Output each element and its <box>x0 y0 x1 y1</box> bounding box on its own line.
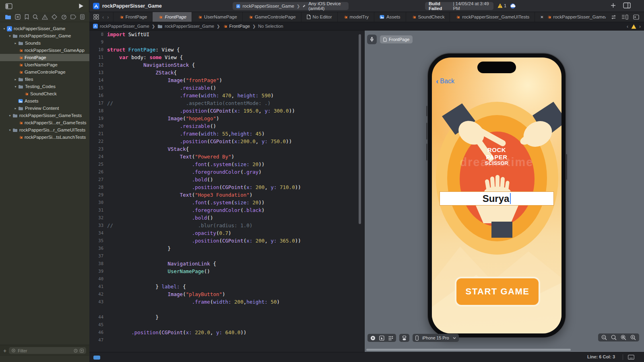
project-navigator-icon[interactable] <box>5 14 11 20</box>
disclosure-open-icon[interactable]: ▾ <box>8 34 12 38</box>
code-line[interactable]: 41 } label: { <box>89 283 364 290</box>
file-tree-item-Sounds[interactable]: ▸Sounds <box>0 39 89 47</box>
disclosure-open-icon[interactable]: ▾ <box>8 114 12 117</box>
file-tree-item-SoundCheck[interactable]: SoundCheck <box>0 90 89 97</box>
warning-badge[interactable]: 1 <box>497 3 506 8</box>
device-selector[interactable]: iPhone 15 Pro <box>413 334 459 342</box>
close-tab-icon[interactable]: ✕ <box>540 15 543 19</box>
editor-tab-SoundCheck[interactable]: SoundCheck <box>406 12 450 22</box>
code-line[interactable]: 33// .blur(radius: 1.0) <box>89 222 364 229</box>
code-line[interactable]: 8import SwiftUI <box>89 31 364 38</box>
player-name-input[interactable]: Surya <box>440 191 554 206</box>
xcode-cloud-icon[interactable] <box>510 3 516 9</box>
minimap-icon[interactable] <box>621 14 628 20</box>
code-line[interactable]: 45 <box>89 321 364 329</box>
code-line[interactable]: 11 var body: some View { <box>89 53 364 61</box>
file-tree-item-Testing_Codes[interactable]: ▾Testing_Codes <box>0 83 89 90</box>
code-line[interactable]: 24 Text("Powered By") <box>89 153 364 160</box>
code-line[interactable]: 31 .foregroundColor(.black) <box>89 206 364 214</box>
sidebar-toggle-icon[interactable] <box>5 2 13 10</box>
keyboard-icon[interactable] <box>628 355 634 360</box>
code-line[interactable]: 25 .font(.system(size: 20)) <box>89 160 364 168</box>
code-line[interactable]: 18 .position(CGPoint(x: 195.0, y: 300.0)… <box>89 107 364 115</box>
editor-tab-rockPapperSisser_GameApp[interactable]: ✕rockPapperSisser_GameApp <box>535 12 606 22</box>
disclosure-open-icon[interactable]: ▾ <box>2 27 6 31</box>
find-icon[interactable] <box>33 14 38 20</box>
code-line[interactable]: 28 .position(CGPoint(x: 200, y: 710.0)) <box>89 183 364 191</box>
editor-tab-FrontPage[interactable]: FrontPage <box>153 12 192 22</box>
code-line[interactable]: 14 Image("frontPage") <box>89 76 364 84</box>
code-line[interactable]: 37 <box>89 252 364 260</box>
editor-tab-UserNamePage[interactable]: UserNamePage <box>192 12 243 22</box>
add-editor-icon[interactable] <box>633 14 639 20</box>
scheme-selector[interactable]: rockPapperSisser_Game ❯ Any iOS Device (… <box>233 2 349 10</box>
code-line[interactable]: 38 NavigationLink { <box>89 260 364 267</box>
filter-input[interactable]: Filter <box>9 347 86 354</box>
breadcrumb-item-project[interactable]: rockPapperSisser_Game <box>93 24 149 29</box>
code-line[interactable]: 20 .resizable() <box>89 122 364 130</box>
file-tree-item-rockPapperSis...r_GameUITests[interactable]: ▾rockPapperSis...r_GameUITests <box>0 126 89 134</box>
editor-scrollbar[interactable] <box>359 34 361 224</box>
disclosure-closed-icon[interactable]: ▸ <box>14 78 17 81</box>
code-line[interactable]: 47 <box>89 336 364 344</box>
issue-icon[interactable] <box>42 14 48 20</box>
test-icon[interactable] <box>52 14 57 20</box>
file-tree-item-rockPapperSi...tsLaunchTests[interactable]: rockPapperSi...tsLaunchTests <box>0 134 89 141</box>
zoom-to-fit-icon[interactable] <box>621 335 626 340</box>
code-line[interactable]: 43 .frame(width: 200,height: 50) <box>89 298 364 306</box>
bookmark-icon[interactable] <box>25 14 29 20</box>
code-line[interactable]: 21 .frame(width: 55,height: 45) <box>89 130 364 138</box>
code-line[interactable]: 12 NavigationStack { <box>89 61 364 69</box>
code-editor[interactable]: 8import SwiftUI910struct FrontPage: View… <box>89 31 364 352</box>
zoom-out-icon[interactable] <box>601 335 607 340</box>
code-line[interactable]: 23 VStack{ <box>89 145 364 153</box>
nav-forward-icon[interactable]: › <box>107 14 109 20</box>
editor-tab-GameControlePage[interactable]: GameControlePage <box>243 12 301 22</box>
code-line[interactable]: 29 Text("Hope3 Foundation") <box>89 191 364 199</box>
zoom-actual-size-icon[interactable] <box>611 335 617 340</box>
code-line[interactable]: 16 .frame(width: 470, height: 590) <box>89 92 364 99</box>
editor-tab-modelTry[interactable]: modelTry <box>338 12 375 22</box>
add-file-icon[interactable]: + <box>3 348 6 354</box>
code-line[interactable]: 17// .aspectRatio(contentMode: .) <box>89 99 364 107</box>
editor-layout-icon[interactable] <box>623 2 631 8</box>
code-line[interactable]: 15 .resizable() <box>89 84 364 92</box>
breadcrumb-item-file[interactable]: FrontPage <box>223 24 250 29</box>
code-line[interactable]: 30 .font(.system(size: 20)) <box>89 199 364 206</box>
device-settings-chip[interactable] <box>399 334 409 342</box>
breadcrumb-item-selection[interactable]: No Selection <box>258 24 283 29</box>
file-tree-item-FrontPage[interactable]: FrontPage <box>0 54 89 61</box>
code-line[interactable]: 19 Image("hopeLogo") <box>89 115 364 122</box>
file-tree-item-files[interactable]: ▸files <box>0 76 89 83</box>
code-line[interactable]: 35 .position(CGPoint(x: 200, y: 365.0)) <box>89 237 364 245</box>
scm-status-icon[interactable] <box>80 349 84 353</box>
code-line[interactable]: 26 .foregroundColor(.gray) <box>89 168 364 176</box>
swap-editor-icon[interactable] <box>611 14 617 20</box>
preview-target-chip[interactable]: FrontPage <box>380 35 413 43</box>
live-preview-icon[interactable] <box>370 335 376 341</box>
code-line[interactable]: 44 } <box>89 313 364 321</box>
code-line[interactable]: 13 ZStack{ <box>89 69 364 76</box>
report-icon[interactable] <box>80 14 85 20</box>
source-control-icon[interactable] <box>15 14 21 20</box>
editor-tab-Assets[interactable]: Assets <box>374 12 406 22</box>
breakpoint-indicator[interactable] <box>93 356 100 360</box>
code-line[interactable]: 36 } <box>89 245 364 252</box>
code-line[interactable]: 9 <box>89 38 364 46</box>
disclosure-open-icon[interactable]: ▾ <box>14 85 17 88</box>
back-button[interactable]: ‹ Back <box>436 78 454 85</box>
file-tree-item-rockPapperSisser_Game[interactable]: ▾rockPapperSisser_Game <box>0 32 89 39</box>
editor-tab-rockPapperSisser_GameUITests[interactable]: rockPapperSisser_GameUITests <box>450 12 535 22</box>
prev-issue-icon[interactable]: ‹ <box>627 24 628 29</box>
breakpoint-icon[interactable] <box>70 14 76 19</box>
file-tree-item-Preview Content[interactable]: ▸Preview Content <box>0 105 89 112</box>
code-line[interactable]: 34 .opacity(0.7) <box>89 229 364 237</box>
editor-tab-FrontPage[interactable]: FrontPage <box>114 12 153 22</box>
activity-view[interactable]: Build Failed | 14/05/24 at 3:49 PM <box>425 2 493 10</box>
code-line[interactable]: 39 UserNamePage() <box>89 267 364 275</box>
run-button[interactable] <box>77 2 85 10</box>
code-line[interactable] <box>89 306 364 313</box>
nav-back-icon[interactable]: ‹ <box>102 14 104 20</box>
editor-tab-No Editor[interactable]: No Editor <box>301 12 338 22</box>
file-tree-item-rockPapperSisser_GameTests[interactable]: ▾rockPapperSisser_GameTests <box>0 112 89 119</box>
